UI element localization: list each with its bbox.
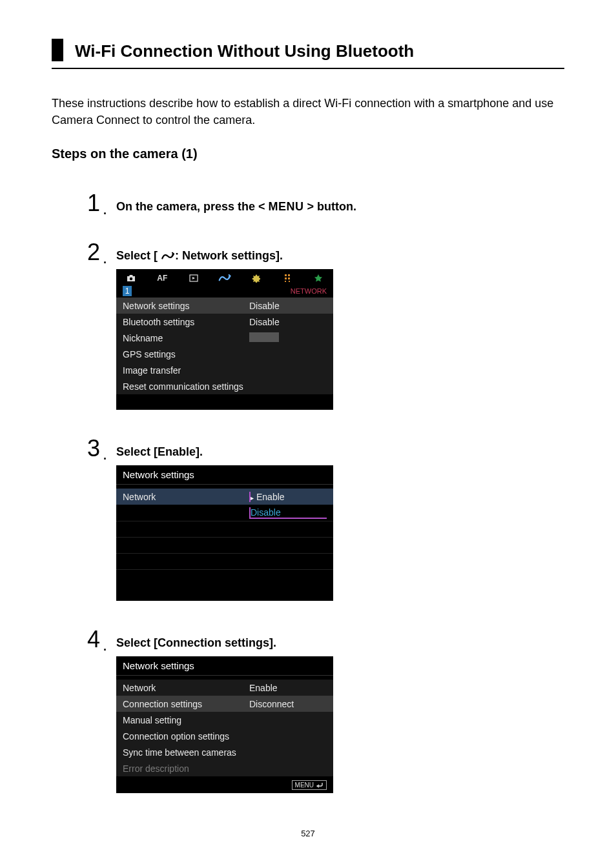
menu-row-label: Bluetooth settings [123, 317, 249, 327]
step-3: 3 . Select [Enable]. Network settings Ne… [116, 445, 564, 601]
menu-row-gps-settings[interactable]: GPS settings [116, 346, 333, 362]
blank-row [116, 553, 333, 569]
menu-row-nickname[interactable]: Nickname [116, 330, 333, 346]
step-number: 1 [87, 190, 100, 217]
camera-subtab-row: 1 NETWORK [116, 285, 333, 298]
menu-row-network[interactable]: Network Enable [116, 489, 333, 505]
step-2-suffix: : Network settings]. [175, 249, 283, 262]
camera-subtab-page: 1 [123, 286, 132, 296]
menu-row-value: Enable [249, 683, 327, 693]
menu-row-conn-option[interactable]: Connection option settings [116, 728, 333, 744]
step-1-title: On the camera, press the < MENU > button… [116, 200, 564, 214]
step-number: 3 [87, 435, 100, 462]
blank-row [116, 569, 333, 585]
nickname-blur-box [249, 332, 279, 342]
return-icon [316, 782, 323, 788]
svg-rect-7 [289, 281, 290, 282]
step-number: 2 [87, 239, 100, 266]
svg-rect-4 [285, 278, 287, 279]
title-accent [52, 39, 63, 61]
step-1-prefix: On the camera, press the < [116, 200, 269, 213]
menu-row-network[interactable]: Network Enable [116, 680, 333, 696]
menu-row-disable[interactable]: Disable [116, 505, 333, 521]
svg-point-0 [130, 278, 132, 280]
step-4: 4 . Select [Connection settings]. Networ… [116, 636, 564, 793]
step-dot: . [103, 204, 107, 217]
camera-screen-conn-settings: Network settings Network Enable Connecti… [116, 656, 333, 793]
menu-badge-label: MENU [295, 782, 314, 789]
camera-tab-af: AF [154, 274, 170, 283]
network-icon [161, 252, 175, 261]
menu-row-label: Reset communication settings [123, 381, 249, 392]
page-number: 527 [52, 829, 564, 838]
svg-rect-2 [285, 274, 287, 276]
camera-subtab-label: NETWORK [291, 287, 327, 295]
steps-heading: Steps on the camera (1) [52, 146, 564, 161]
menu-row-label: Network settings [123, 301, 249, 311]
menu-row-label: Image transfer [123, 365, 249, 376]
camera-screen-bottom [116, 394, 333, 410]
menu-row-reset-comm[interactable]: Reset communication settings [116, 378, 333, 394]
menu-back-badge[interactable]: MENU [292, 780, 327, 790]
page-title: Wi-Fi Connection Without Using Bluetooth [75, 39, 414, 61]
menu-row-value: Disconnect [249, 699, 327, 709]
menu-row-sync-time[interactable]: Sync time between cameras [116, 744, 333, 760]
menu-row-value: Disable [249, 317, 327, 327]
menu-row-label: GPS settings [123, 349, 249, 359]
menu-row-manual-setting[interactable]: Manual setting [116, 712, 333, 728]
step-dot: . [103, 253, 107, 267]
step-2-title: Select [ : Network settings]. [116, 249, 564, 263]
camera-tab-network-icon [216, 274, 233, 283]
svg-rect-3 [288, 274, 290, 276]
menu-row-connection-settings[interactable]: Connection settings Disconnect [116, 696, 333, 712]
step-1-suffix: > button. [304, 200, 356, 213]
camera-screen-header: Network settings [116, 656, 333, 676]
menu-row-value: Disable [249, 301, 327, 311]
menu-row-error-desc: Error description [116, 760, 333, 776]
menu-option-enable[interactable]: Enable [251, 492, 285, 502]
page-title-block: Wi-Fi Connection Without Using Bluetooth [52, 39, 564, 69]
menu-row-label: Sync time between cameras [123, 747, 249, 758]
menu-row-label: Manual setting [123, 715, 249, 725]
menu-row-value [249, 332, 327, 344]
camera-tab-mymenu-icon [310, 274, 327, 283]
svg-rect-5 [288, 278, 290, 279]
menu-row-network-settings[interactable]: Network settings Disable [116, 298, 333, 314]
menu-row-bluetooth-settings[interactable]: Bluetooth settings Disable [116, 314, 333, 330]
menu-row-label: Network [123, 683, 249, 693]
camera-tab-playback-icon [185, 274, 202, 282]
menu-row-label: Error description [123, 763, 249, 774]
intro-paragraph: These instructions describe how to estab… [52, 95, 564, 128]
blank-row [116, 537, 333, 553]
menu-row-image-transfer[interactable]: Image transfer [116, 362, 333, 378]
menu-row-label: Connection option settings [123, 731, 249, 742]
camera-top-tabs: AF [116, 269, 333, 285]
camera-screen-bottom [116, 585, 333, 601]
menu-button-label: MENU [269, 200, 304, 213]
step-4-title: Select [Connection settings]. [116, 636, 564, 650]
step-dot: . [103, 449, 107, 463]
camera-tab-setup-icon [247, 274, 264, 283]
menu-row-label: Nickname [123, 333, 249, 343]
menu-option-disable[interactable]: Disable [251, 507, 281, 518]
blank-row [116, 521, 333, 537]
camera-screen-header: Network settings [116, 465, 333, 485]
menu-row-label: Connection settings [123, 699, 249, 709]
step-number: 4 [87, 626, 100, 653]
step-dot: . [103, 640, 107, 654]
svg-rect-6 [285, 281, 286, 282]
camera-screen-network-tab: AF 1 NETWORK Network settings Disable Bl… [116, 269, 333, 410]
menu-row-label: Network [123, 492, 249, 502]
step-2: 2 . Select [ : Network settings]. AF 1 N… [116, 249, 564, 410]
step-2-prefix: Select [ [116, 249, 161, 262]
camera-tab-shoot-icon [123, 274, 139, 282]
step-3-title: Select [Enable]. [116, 445, 564, 459]
camera-screen-enable: Network settings Network Enable Disable [116, 465, 333, 601]
camera-footer: MENU [116, 776, 333, 793]
camera-tab-custom-icon [279, 274, 296, 283]
step-1: 1 . On the camera, press the < MENU > bu… [116, 200, 564, 214]
